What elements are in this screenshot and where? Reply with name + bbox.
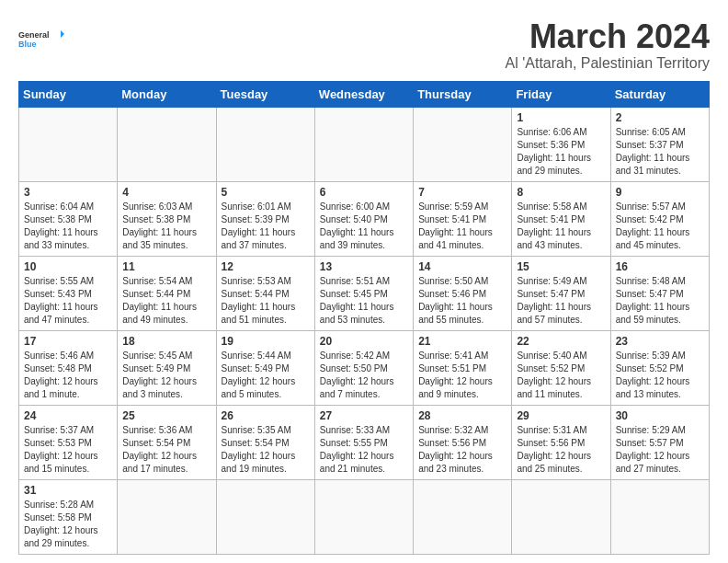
calendar-day [610,479,709,554]
calendar-day [118,107,216,181]
day-sun-info: Sunrise: 5:45 AM Sunset: 5:49 PM Dayligh… [122,350,210,401]
day-sun-info: Sunrise: 5:46 AM Sunset: 5:48 PM Dayligh… [24,350,112,401]
calendar-day: 13Sunrise: 5:51 AM Sunset: 5:45 PM Dayli… [314,256,413,330]
day-number: 2 [616,111,704,124]
calendar-day [216,479,314,554]
day-sun-info: Sunrise: 5:54 AM Sunset: 5:44 PM Dayligh… [122,275,210,327]
day-number: 27 [320,409,408,422]
calendar-day: 11Sunrise: 5:54 AM Sunset: 5:44 PM Dayli… [118,256,216,330]
day-sun-info: Sunrise: 5:29 AM Sunset: 5:57 PM Dayligh… [616,424,704,476]
day-sun-info: Sunrise: 6:06 AM Sunset: 5:36 PM Dayligh… [517,126,605,178]
day-sun-info: Sunrise: 6:05 AM Sunset: 5:37 PM Dayligh… [616,126,704,178]
day-number: 15 [517,260,605,273]
calendar-day: 14Sunrise: 5:50 AM Sunset: 5:46 PM Dayli… [414,256,512,330]
day-number: 29 [517,409,605,422]
location-subtitle: Al 'Attarah, Palestinian Territory [506,55,710,72]
day-sun-info: Sunrise: 5:28 AM Sunset: 5:58 PM Dayligh… [24,499,112,550]
day-sun-info: Sunrise: 5:32 AM Sunset: 5:56 PM Dayligh… [418,424,506,476]
calendar-day: 7Sunrise: 5:59 AM Sunset: 5:41 PM Daylig… [414,181,512,256]
day-sun-info: Sunrise: 6:03 AM Sunset: 5:38 PM Dayligh… [122,201,210,252]
calendar-day: 16Sunrise: 5:48 AM Sunset: 5:47 PM Dayli… [610,256,709,330]
day-number: 1 [517,111,605,124]
day-number: 4 [122,186,210,199]
day-sun-info: Sunrise: 5:37 AM Sunset: 5:53 PM Dayligh… [24,424,112,476]
calendar-day: 25Sunrise: 5:36 AM Sunset: 5:54 PM Dayli… [118,405,216,479]
day-number: 9 [616,186,704,199]
day-number: 5 [222,186,310,199]
calendar-day: 21Sunrise: 5:41 AM Sunset: 5:51 PM Dayli… [414,330,512,405]
calendar-day [314,479,413,554]
calendar-day: 10Sunrise: 5:55 AM Sunset: 5:43 PM Dayli… [19,256,118,330]
day-number: 14 [418,260,506,273]
day-sun-info: Sunrise: 5:42 AM Sunset: 5:50 PM Dayligh… [320,350,408,401]
logo: General Blue [18,18,64,59]
day-number: 12 [222,260,310,273]
day-sun-info: Sunrise: 5:59 AM Sunset: 5:41 PM Dayligh… [418,201,506,252]
calendar-day: 19Sunrise: 5:44 AM Sunset: 5:49 PM Dayli… [216,330,314,405]
calendar-week-3: 17Sunrise: 5:46 AM Sunset: 5:48 PM Dayli… [19,330,710,405]
calendar-day: 22Sunrise: 5:40 AM Sunset: 5:52 PM Dayli… [512,330,610,405]
calendar-table: SundayMondayTuesdayWednesdayThursdayFrid… [18,81,710,555]
calendar-week-2: 10Sunrise: 5:55 AM Sunset: 5:43 PM Dayli… [19,256,710,330]
calendar-day: 4Sunrise: 6:03 AM Sunset: 5:38 PM Daylig… [118,181,216,256]
calendar-week-1: 3Sunrise: 6:04 AM Sunset: 5:38 PM Daylig… [19,181,710,256]
calendar-day: 12Sunrise: 5:53 AM Sunset: 5:44 PM Dayli… [216,256,314,330]
weekday-header-row: SundayMondayTuesdayWednesdayThursdayFrid… [19,81,710,107]
day-sun-info: Sunrise: 5:44 AM Sunset: 5:49 PM Dayligh… [222,350,310,401]
calendar-day [118,479,216,554]
weekday-header-monday: Monday [118,81,216,107]
day-number: 31 [24,484,112,497]
weekday-header-sunday: Sunday [19,81,118,107]
day-number: 22 [517,335,605,348]
calendar-day: 31Sunrise: 5:28 AM Sunset: 5:58 PM Dayli… [19,479,118,554]
calendar-day: 17Sunrise: 5:46 AM Sunset: 5:48 PM Dayli… [19,330,118,405]
calendar-day: 6Sunrise: 6:00 AM Sunset: 5:40 PM Daylig… [314,181,413,256]
calendar-day: 27Sunrise: 5:33 AM Sunset: 5:55 PM Dayli… [314,405,413,479]
calendar-day: 23Sunrise: 5:39 AM Sunset: 5:52 PM Dayli… [610,330,709,405]
day-number: 24 [24,409,112,422]
day-number: 26 [222,409,310,422]
day-sun-info: Sunrise: 5:58 AM Sunset: 5:41 PM Dayligh… [517,201,605,252]
day-number: 11 [122,260,210,273]
calendar-day: 18Sunrise: 5:45 AM Sunset: 5:49 PM Dayli… [118,330,216,405]
calendar-week-4: 24Sunrise: 5:37 AM Sunset: 5:53 PM Dayli… [19,405,710,479]
day-sun-info: Sunrise: 6:04 AM Sunset: 5:38 PM Dayligh… [24,201,112,252]
day-sun-info: Sunrise: 5:50 AM Sunset: 5:46 PM Dayligh… [418,275,506,327]
day-sun-info: Sunrise: 6:00 AM Sunset: 5:40 PM Dayligh… [320,201,408,252]
day-sun-info: Sunrise: 5:57 AM Sunset: 5:42 PM Dayligh… [616,201,704,252]
weekday-header-wednesday: Wednesday [314,81,413,107]
day-sun-info: Sunrise: 5:39 AM Sunset: 5:52 PM Dayligh… [616,350,704,401]
calendar-day: 2Sunrise: 6:05 AM Sunset: 5:37 PM Daylig… [610,107,709,181]
day-number: 16 [616,260,704,273]
month-year-title: March 2024 [506,18,710,55]
day-number: 20 [320,335,408,348]
day-number: 25 [122,409,210,422]
weekday-header-thursday: Thursday [414,81,512,107]
svg-text:Blue: Blue [18,40,37,49]
calendar-day: 29Sunrise: 5:31 AM Sunset: 5:56 PM Dayli… [512,405,610,479]
calendar-day: 24Sunrise: 5:37 AM Sunset: 5:53 PM Dayli… [19,405,118,479]
day-sun-info: Sunrise: 5:35 AM Sunset: 5:54 PM Dayligh… [222,424,310,476]
calendar-day: 1Sunrise: 6:06 AM Sunset: 5:36 PM Daylig… [512,107,610,181]
calendar-day: 28Sunrise: 5:32 AM Sunset: 5:56 PM Dayli… [414,405,512,479]
day-sun-info: Sunrise: 5:48 AM Sunset: 5:47 PM Dayligh… [616,275,704,327]
weekday-header-saturday: Saturday [610,81,709,107]
weekday-header-tuesday: Tuesday [216,81,314,107]
day-number: 21 [418,335,506,348]
day-sun-info: Sunrise: 5:51 AM Sunset: 5:45 PM Dayligh… [320,275,408,327]
svg-text:General: General [18,30,50,40]
day-number: 17 [24,335,112,348]
calendar-day: 3Sunrise: 6:04 AM Sunset: 5:38 PM Daylig… [19,181,118,256]
day-number: 13 [320,260,408,273]
calendar-day [314,107,413,181]
day-sun-info: Sunrise: 5:53 AM Sunset: 5:44 PM Dayligh… [222,275,310,327]
calendar-day: 20Sunrise: 5:42 AM Sunset: 5:50 PM Dayli… [314,330,413,405]
generalblue-logo-icon: General Blue [18,18,64,59]
day-number: 18 [122,335,210,348]
day-number: 3 [24,186,112,199]
calendar-week-0: 1Sunrise: 6:06 AM Sunset: 5:36 PM Daylig… [19,107,710,181]
calendar-day: 26Sunrise: 5:35 AM Sunset: 5:54 PM Dayli… [216,405,314,479]
day-number: 23 [616,335,704,348]
calendar-day [414,479,512,554]
calendar-day [19,107,118,181]
